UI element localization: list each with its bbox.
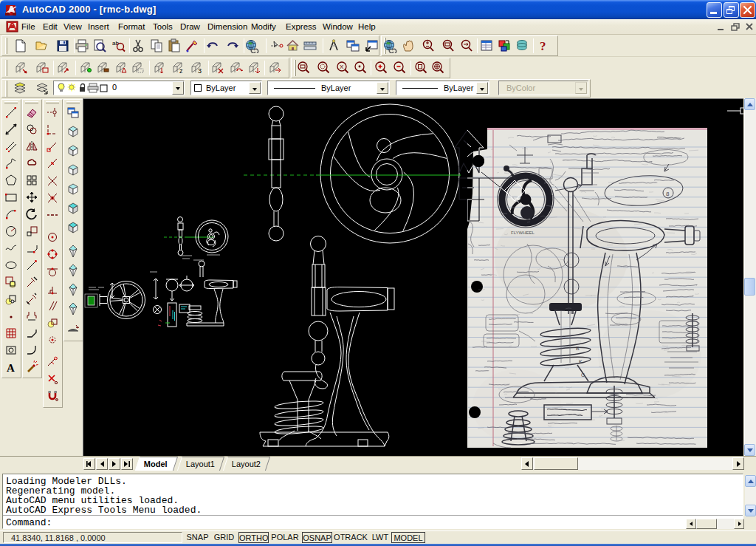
svg-text:3: 3 bbox=[198, 67, 202, 75]
svg-text:?: ? bbox=[540, 39, 546, 53]
svg-text:X: X bbox=[340, 64, 344, 70]
svg-text:B: B bbox=[576, 346, 580, 351]
svg-text:8: 8 bbox=[666, 191, 670, 197]
svg-text:ab: ab bbox=[112, 40, 119, 47]
svg-text:K: K bbox=[579, 359, 583, 364]
svg-text:FLYWHEEL: FLYWHEEL bbox=[511, 231, 535, 235]
svg-text:C: C bbox=[581, 372, 585, 378]
svg-text:z: z bbox=[179, 67, 183, 75]
svg-text:A: A bbox=[7, 362, 15, 374]
